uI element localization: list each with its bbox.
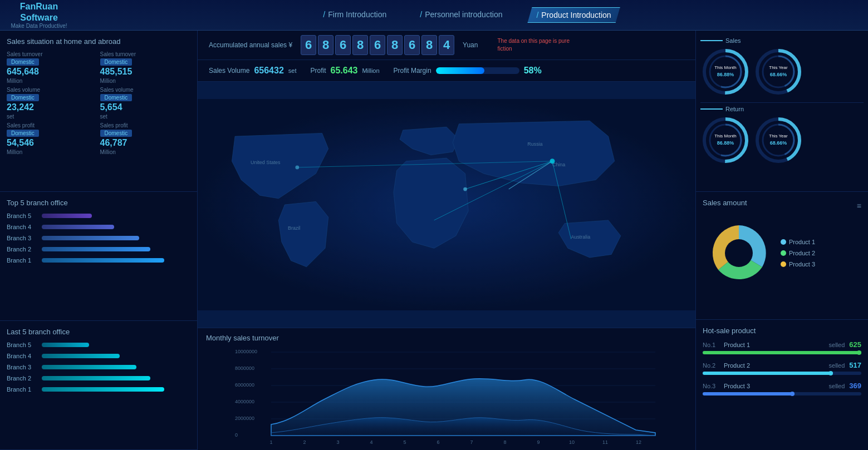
profit-left-unit: Million (7, 149, 97, 155)
stat-cell-profit-left: Sales profit Domestic 54,546 Million (7, 122, 97, 155)
digit-blocks: 686868684 (301, 35, 454, 55)
svg-text:10: 10 (569, 439, 575, 445)
tab-personnel-introduction[interactable]: Personnel introduction (411, 7, 511, 23)
hot-bar-container (703, 392, 861, 395)
profit-left-value: 54,546 (7, 138, 97, 148)
hot-bar (703, 372, 833, 375)
top5-title: Top 5 branch office (7, 199, 190, 207)
hot-product: Product 3 (724, 383, 825, 389)
branch-label: Branch 3 (7, 364, 37, 370)
tab-firm-introduction[interactable]: Firm Introduction (315, 7, 395, 23)
last5-bars: Branch 5 Branch 4 Branch 3 Branch 2 Bran… (7, 342, 190, 393)
svg-text:2: 2 (303, 439, 306, 445)
legend-item-2: Product 2 (781, 250, 815, 256)
left-panel: Sales situation at home and abroad Sales… (0, 31, 198, 450)
legend-label-1: Product 1 (789, 239, 815, 245)
pie-chart-area: Product 1 Product 2 Product 3 (703, 217, 861, 289)
branch-label: Branch 3 (7, 235, 37, 241)
svg-text:This Year: This Year (769, 133, 788, 139)
branch-bar (42, 214, 92, 218)
sales-volume-label: Sales Volume (209, 67, 249, 75)
svg-text:12: 12 (636, 439, 641, 445)
volume-left-label: Sales volume (7, 87, 97, 93)
branch-label: Branch 1 (7, 257, 37, 264)
legend-dot-2 (781, 250, 786, 256)
header: FanRuanSoftware Make Data Productive! Fi… (0, 0, 868, 31)
digit-block: 8 (421, 35, 437, 55)
hot-bar-wrapper (703, 351, 861, 354)
hot-sale-items: No.1 Product 1 selled 625 No.2 Product 2… (703, 340, 861, 395)
branch-bar (42, 225, 114, 229)
turnover-right-badge: Domestic (100, 58, 133, 66)
stat-cell-volume-left: Sales volume Domestic 23,242 set (7, 87, 97, 120)
digit-block: 6 (301, 35, 316, 55)
svg-point-62 (725, 239, 753, 267)
stat-row-3: Sales profit Domestic 54,546 Million Sal… (7, 122, 190, 155)
gauges-section: Sales This Month 86.88% (696, 31, 868, 192)
margin-fill (436, 67, 484, 74)
legend-item-1: Product 1 (781, 239, 815, 245)
margin-progress (436, 67, 519, 74)
hot-product: Product 2 (724, 362, 825, 369)
hot-selled: selled (829, 342, 845, 348)
sales-this-year-gauge: This Year 68.66% (753, 47, 803, 97)
hot-sale-section: Hot-sale product No.1 Product 1 selled 6… (696, 320, 868, 450)
profit-label: Profit (310, 67, 326, 75)
map-svg: Russia China United States Brazil Austra… (198, 82, 695, 328)
hot-dot (828, 371, 833, 375)
list-item: Branch 1 (7, 386, 190, 393)
hot-count: 369 (849, 382, 861, 390)
list-item: No.2 Product 2 selled 517 (703, 361, 861, 375)
hot-bar (703, 392, 795, 395)
svg-text:This Month: This Month (714, 65, 737, 70)
digit-block: 6 (370, 35, 385, 55)
stat-cell-turnover-right: Sales turnover Domestic 485,515 Million (100, 51, 191, 84)
monthly-chart-section: Monthly sales turnover 10000000 8000000 … (198, 328, 695, 450)
legend-dot-3 (781, 261, 786, 267)
main-layout: Sales situation at home and abroad Sales… (0, 31, 868, 450)
sales-stats-title: Sales situation at home and abroad (7, 37, 190, 46)
sales-amount-section: Sales amount ≡ P (696, 192, 868, 320)
svg-text:7: 7 (470, 439, 473, 445)
svg-point-12 (463, 187, 467, 191)
svg-text:United States: United States (251, 160, 281, 165)
digit-block: 6 (335, 35, 351, 55)
svg-text:86.88%: 86.88% (717, 140, 734, 146)
top5-bars: Branch 5 Branch 4 Branch 3 Branch 2 Bran… (7, 212, 190, 264)
turnover-left-label: Sales turnover (7, 51, 97, 57)
nav-tabs: Firm Introduction Personnel introduction… (72, 7, 862, 23)
digit-block: 4 (439, 35, 454, 55)
profit-metric: Profit 65.643 Million (310, 66, 379, 76)
svg-point-13 (295, 166, 299, 170)
menu-icon[interactable]: ≡ (857, 201, 861, 210)
annual-label: Accumulated annual sales ¥ (209, 41, 292, 49)
sales-amount-title: Sales amount (703, 199, 747, 207)
branch-bar (42, 247, 150, 251)
list-item: No.1 Product 1 selled 625 (703, 340, 861, 354)
volume-right-value: 5,654 (100, 102, 191, 112)
svg-text:68.66%: 68.66% (770, 140, 787, 146)
branch-bar (42, 236, 139, 240)
tab-product-introduction[interactable]: Product Introduction (527, 7, 620, 23)
return-gauge-label: Return (725, 106, 744, 112)
profit-left-badge: Domestic (7, 130, 39, 137)
metrics-row: Sales Volume 656432 set Profit 65.643 Mi… (198, 60, 695, 82)
list-item: Branch 2 (7, 246, 190, 253)
turnover-left-unit: Million (7, 78, 97, 84)
stat-cell-profit-right: Sales profit Domestic 46,787 Million (100, 122, 191, 155)
hot-selled: selled (829, 362, 845, 369)
fiction-note: The data on this page is pure fiction (497, 37, 570, 53)
svg-text:68.66%: 68.66% (770, 72, 787, 77)
list-item: Branch 5 (7, 212, 190, 219)
hot-rank: No.2 (703, 362, 719, 369)
sales-gauge-label: Sales (725, 37, 741, 44)
hot-bar-container (703, 372, 861, 375)
profit-right-unit: Million (100, 149, 191, 155)
right-panel: Sales This Month 86.88% (695, 31, 868, 450)
digit-block: 8 (318, 35, 334, 55)
hot-bar-wrapper (703, 372, 861, 375)
yuan-label: Yuan (463, 41, 478, 49)
logo: FanRuanSoftware Make Data Productive! (6, 1, 72, 28)
last5-branch-panel: Last 5 branch office Branch 5 Branch 4 B… (0, 321, 197, 450)
hot-item-row: No.2 Product 2 selled 517 (703, 361, 861, 369)
